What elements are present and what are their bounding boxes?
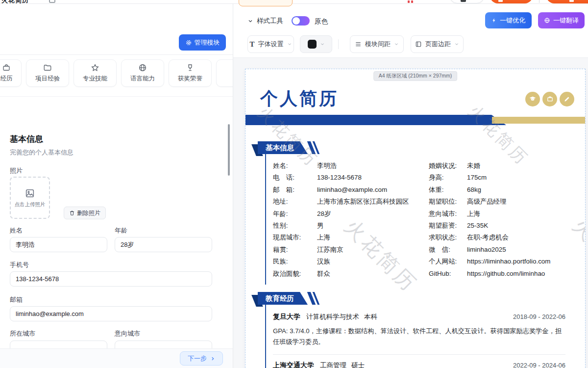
field-value: 李明浩 (317, 162, 337, 169)
field-label: 民族: (273, 256, 317, 267)
education-entry: 复旦大学 计算机科学与技术 本科 2018-09 - 2022-06 GPA: … (273, 313, 565, 354)
style-toolbar: 样式工具 原色 一键优化 一键翻译 T 字体设置 (233, 4, 588, 58)
info-row: 姓名:李明浩 (273, 160, 429, 172)
scrollbar-thumb[interactable] (228, 124, 230, 176)
logo-badge-icon (49, 0, 55, 3)
info-column-right: 婚姻状况:未婚 身高:175cm 体重:68kg (429, 160, 565, 280)
city-label: 所在城市 (10, 329, 35, 338)
trophy-icon (186, 63, 195, 72)
info-row: 意向城市:上海 (429, 208, 565, 220)
tab-skills[interactable]: 专业技能 (74, 59, 117, 87)
style-tools-collapse[interactable]: 样式工具 (247, 17, 283, 26)
folder-icon (43, 63, 52, 72)
phone-input[interactable] (10, 271, 212, 287)
field-label: 微 信: (429, 244, 467, 256)
delete-photo-button[interactable]: 删除照片 (64, 207, 106, 219)
tab-projects[interactable]: 项目经验 (26, 59, 69, 87)
one-click-optimize-button[interactable]: 一键优化 (485, 12, 532, 28)
degree: 硕士 (351, 361, 365, 368)
topbar-icon-button[interactable] (450, 0, 484, 3)
download-icon (498, 0, 503, 2)
paper-size-badge: A4 纸张区域 (210mm × 297mm) (373, 71, 458, 81)
header-divider-bar (245, 115, 585, 125)
education-body: 复旦大学 计算机科学与技术 本科 2018-09 - 2022-06 GPA: … (265, 305, 565, 368)
field-label: 体重: (429, 184, 467, 196)
phone-label: 手机号 (10, 261, 29, 269)
education-action-button[interactable] (525, 92, 540, 106)
tab-label: 经历 (0, 75, 13, 83)
edit-action-button[interactable] (560, 92, 574, 106)
info-row: 身高:175cm (429, 172, 565, 184)
name-label: 姓名 (10, 226, 23, 235)
degree: 本科 (364, 313, 377, 321)
field-label: 现居城市: (273, 232, 317, 243)
education-entry: 上海交通大学 工商管理 硕士 2022-09 - 2024-06 (273, 354, 565, 368)
tab-label: 项目经验 (35, 75, 60, 83)
field-value: 男 (317, 222, 323, 229)
topbar-orange-button-2[interactable] (546, 0, 588, 3)
email-input[interactable] (10, 306, 212, 321)
gear-icon (185, 39, 192, 46)
school-name: 复旦大学 (273, 313, 300, 321)
tab-languages[interactable]: 语言能力 (121, 59, 164, 87)
chevron-down-icon (247, 18, 253, 24)
field-value: 上海市浦东新区张江高科技园区 (317, 198, 409, 205)
field-label: 求职状态: (429, 232, 467, 243)
tab-awards[interactable]: 获奖荣誉 (169, 59, 212, 87)
delete-photo-label: 删除照片 (77, 209, 100, 217)
tabs-divider (0, 96, 233, 97)
photo-upload-dropzone[interactable]: 点击上传照片 (10, 177, 50, 219)
name-input[interactable] (10, 237, 107, 252)
education-description: GPA: 3.7/4.0，主修课程：数据结构、算法设计、软件工程、人机交互设计。… (273, 326, 565, 348)
field-value: 175cm (467, 174, 487, 181)
one-click-translate-button[interactable]: 一键翻译 (538, 12, 585, 28)
field-label: 个人网站: (429, 256, 467, 267)
next-step-button[interactable]: 下一步 (180, 351, 223, 366)
topbar-orange-button[interactable] (490, 0, 533, 3)
email-label: 邮箱 (10, 295, 23, 304)
manage-modules-button[interactable]: 管理模块 (179, 34, 226, 51)
field-label: 身高: (429, 172, 467, 184)
info-row: GitHub:https://github.com/liminhao (429, 268, 565, 280)
tab-interests-partial[interactable]: 兴 (216, 59, 233, 87)
field-label: 期望职位: (429, 196, 467, 208)
text-icon: T (249, 40, 254, 49)
info-row: 政治面貌:群众 (273, 268, 429, 280)
info-row: 现居城市:上海 (273, 232, 429, 243)
info-row: 期望薪资:25-35K (429, 220, 565, 232)
translate-label: 一键翻译 (553, 16, 579, 25)
age-input[interactable] (115, 237, 212, 252)
section-banner: 基本信息 (258, 141, 565, 154)
resume-paper[interactable]: A4 纸张区域 (210mm × 297mm) 火花简历 火花简历 火花简历 火… (245, 69, 586, 368)
module-spacing-button[interactable]: 模块间距 (350, 35, 404, 53)
tab-label: 语言能力 (130, 75, 155, 83)
preview-panel: 样式工具 原色 一键优化 一键翻译 T 字体设置 (233, 4, 588, 368)
field-value: 未婚 (467, 162, 480, 169)
font-settings-button[interactable]: T 字体设置 (247, 35, 294, 53)
original-color-toggle[interactable] (292, 16, 310, 26)
field-label: 性别: (273, 220, 317, 232)
field-value: 上海 (467, 210, 480, 217)
topbar-outline-button[interactable] (239, 0, 293, 6)
font-settings-label: 字体设置 (258, 40, 284, 49)
app-logo: 火花简历 (1, 0, 29, 4)
work-action-button[interactable] (542, 92, 557, 106)
color-picker-button[interactable] (300, 35, 332, 53)
field-label: 籍贯: (273, 244, 317, 256)
field-label: 年龄: (273, 208, 317, 220)
education-heading: 教育经历 (258, 292, 308, 305)
form-section-title: 基本信息 (10, 133, 43, 145)
gold-bar (492, 117, 585, 124)
module-spacing-label: 模块间距 (365, 40, 391, 49)
pencil-icon (564, 96, 570, 103)
save-icon (461, 0, 466, 2)
style-tools-label: 样式工具 (257, 17, 283, 26)
field-label: 婚姻状况: (429, 160, 467, 172)
info-row: 体重:68kg (429, 184, 565, 196)
page-margins-button[interactable]: 页面边距 (411, 35, 464, 53)
export-icon (569, 0, 574, 2)
field-value: https://github.com/liminhao (467, 270, 545, 277)
tab-experience-partial[interactable]: 经历 (0, 59, 22, 87)
field-label: 电 话: (273, 172, 317, 184)
info-row: 民族:汉族 (273, 256, 429, 267)
